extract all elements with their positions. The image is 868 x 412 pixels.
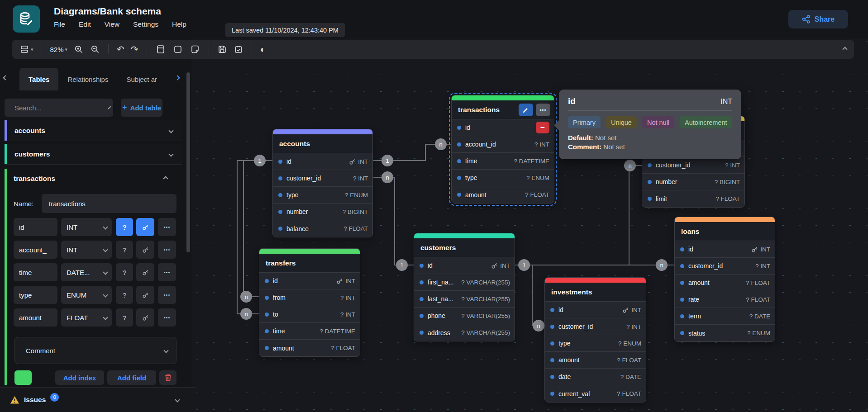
collapse-toolbar-icon[interactable]: [843, 47, 847, 51]
tab-tables[interactable]: Tables: [19, 68, 58, 90]
field-name-input[interactable]: time: [14, 263, 57, 281]
undo-button[interactable]: ↶: [117, 45, 124, 54]
nullable-toggle-button[interactable]: ?: [116, 263, 133, 281]
field-more-button[interactable]: •••: [158, 218, 176, 236]
diagram-table-transfers[interactable]: transfersidINTfrom? INTto? INTtime? DATE…: [259, 248, 360, 357]
table-field-row-type[interactable]: type? ENUM: [545, 335, 646, 352]
table-field-row-rate[interactable]: rate? FLOAT: [675, 291, 775, 308]
primary-key-toggle-button[interactable]: [136, 308, 154, 327]
table-color-swatch[interactable]: [14, 370, 32, 385]
table-field-row-phone[interactable]: phone? VARCHAR(255): [414, 308, 515, 324]
delete-field-button[interactable]: −: [536, 122, 549, 133]
add-table-tool-button[interactable]: [155, 44, 166, 55]
issues-chevron-icon[interactable]: [175, 397, 180, 402]
menu-item-help[interactable]: Help: [172, 20, 186, 28]
diagram-table-customers[interactable]: customersidINTfirst_na...? VARCHAR(255)l…: [414, 233, 515, 341]
menu-item-edit[interactable]: Edit: [79, 20, 91, 28]
table-field-row-limit[interactable]: limit? FLOAT: [642, 190, 744, 207]
table-field-row-number[interactable]: number? BIGINT: [273, 204, 372, 220]
menu-item-file[interactable]: File: [54, 20, 65, 28]
tab-subject-ar[interactable]: Subject ar: [117, 68, 166, 90]
table-field-row-account_id[interactable]: account_id? INT: [452, 136, 554, 153]
add-area-tool-button[interactable]: [172, 44, 183, 55]
diagram-layout-button[interactable]: ▾: [19, 44, 33, 54]
table-list-item-accounts[interactable]: accounts: [5, 120, 182, 141]
zoom-level-select[interactable]: 82% ▾: [50, 46, 68, 53]
field-name-input[interactable]: type: [14, 286, 57, 304]
primary-key-toggle-button[interactable]: [136, 218, 154, 236]
diagram-table-loans[interactable]: loansidINTcustomer_id? INTamount? FLOATr…: [674, 217, 775, 342]
table-field-row-term[interactable]: term? DATE: [675, 308, 775, 325]
table-field-row-number[interactable]: number? BIGINT: [642, 174, 744, 190]
field-name-input[interactable]: amount: [14, 308, 57, 327]
diagram-table-investments[interactable]: investmentsidINTcustomer_id? INTtype? EN…: [544, 277, 646, 403]
sidebar-scrollbar[interactable]: [186, 72, 190, 252]
table-field-row-id[interactable]: idINT: [259, 273, 360, 289]
menu-item-settings[interactable]: Settings: [133, 20, 158, 28]
theme-contrast-button[interactable]: ◐: [260, 44, 266, 55]
table-name-input[interactable]: [42, 194, 176, 213]
table-field-row-amount[interactable]: amount? FLOAT: [545, 352, 646, 369]
zoom-out-button[interactable]: [90, 44, 100, 54]
table-field-row-customer_id[interactable]: customer_id? INT: [545, 318, 646, 335]
field-type-select[interactable]: FLOAT: [61, 308, 112, 327]
save-button[interactable]: [217, 44, 227, 54]
table-list-item-customers[interactable]: customers: [5, 144, 182, 165]
expand-chevron-icon[interactable]: [168, 152, 173, 156]
issues-bar[interactable]: Issues 0: [0, 387, 196, 412]
field-type-select[interactable]: INT: [61, 218, 112, 236]
table-more-button[interactable]: •••: [536, 104, 550, 116]
table-search[interactable]: [5, 99, 113, 117]
table-field-row-to[interactable]: to? INT: [259, 306, 360, 323]
nullable-toggle-button[interactable]: ?: [116, 286, 133, 304]
add-index-button[interactable]: Add index: [55, 370, 104, 385]
comment-collapse[interactable]: Comment: [14, 337, 176, 364]
collapse-chevron-icon[interactable]: [163, 176, 168, 181]
add-note-tool-button[interactable]: [190, 44, 200, 55]
add-table-button[interactable]: + Add table: [121, 99, 162, 117]
table-field-row-current_val[interactable]: current_val? FLOAT: [545, 385, 646, 402]
table-field-row-id[interactable]: idINT: [414, 257, 515, 274]
table-field-row-balance[interactable]: balance? FLOAT: [273, 220, 372, 237]
table-field-row-date[interactable]: date? DATE: [545, 369, 646, 385]
table-field-row-from[interactable]: from? INT: [259, 289, 360, 306]
table-field-row-customer_id[interactable]: customer_id? INT: [273, 170, 372, 187]
menu-item-view[interactable]: View: [105, 20, 119, 28]
table-field-row-first_na...[interactable]: first_na...? VARCHAR(255): [414, 274, 515, 291]
zoom-in-button[interactable]: [74, 44, 84, 54]
table-field-row-amount[interactable]: amount? FLOAT: [675, 275, 775, 291]
delete-table-button[interactable]: [159, 370, 176, 385]
table-field-row-customer_id[interactable]: customer_id? INT: [642, 157, 744, 174]
search-input[interactable]: [14, 104, 105, 112]
table-field-row-amount[interactable]: amount? FLOAT: [259, 340, 360, 356]
diagram-table-transactions[interactable]: transactions•••id−account_id? INTtime? D…: [451, 95, 554, 204]
edit-table-button[interactable]: [519, 104, 533, 116]
table-field-row-time[interactable]: time? DATETIME: [452, 153, 554, 170]
field-more-button[interactable]: •••: [158, 308, 176, 327]
field-more-button[interactable]: •••: [158, 286, 176, 304]
field-type-select[interactable]: DATE...: [61, 263, 112, 281]
field-more-button[interactable]: •••: [158, 241, 176, 259]
redo-button[interactable]: ↷: [131, 45, 138, 54]
table-field-row-status[interactable]: status? ENUM: [675, 325, 775, 341]
table-field-row-id[interactable]: id−: [452, 119, 554, 136]
nullable-toggle-button[interactable]: ?: [116, 241, 133, 259]
field-type-select[interactable]: ENUM: [61, 286, 112, 304]
table-field-row-last_na...[interactable]: last_na...? VARCHAR(255): [414, 291, 515, 308]
table-field-row-id[interactable]: idINT: [675, 241, 775, 258]
table-list-item-transactions[interactable]: transactions: [14, 175, 176, 183]
nullable-toggle-button[interactable]: ?: [116, 218, 133, 236]
add-field-button[interactable]: Add field: [107, 370, 156, 385]
primary-key-toggle-button[interactable]: [136, 263, 154, 281]
table-field-row-type[interactable]: type? ENUM: [273, 187, 372, 204]
field-name-input[interactable]: id: [14, 218, 57, 236]
table-field-row-address[interactable]: address? VARCHAR(255): [414, 324, 515, 341]
share-button[interactable]: Share: [788, 10, 848, 28]
table-field-row-customer_id[interactable]: customer_id? INT: [675, 258, 775, 275]
expand-chevron-icon[interactable]: [168, 128, 173, 133]
table-field-row-id[interactable]: idINT: [273, 153, 372, 170]
table-field-row-amount[interactable]: amount? FLOAT: [452, 186, 554, 203]
primary-key-toggle-button[interactable]: [136, 241, 154, 259]
table-field-row-time[interactable]: time? DATETIME: [259, 323, 360, 340]
diagram-table-accounts[interactable]: accountsidINTcustomer_id? INTtype? ENUMn…: [272, 129, 373, 237]
